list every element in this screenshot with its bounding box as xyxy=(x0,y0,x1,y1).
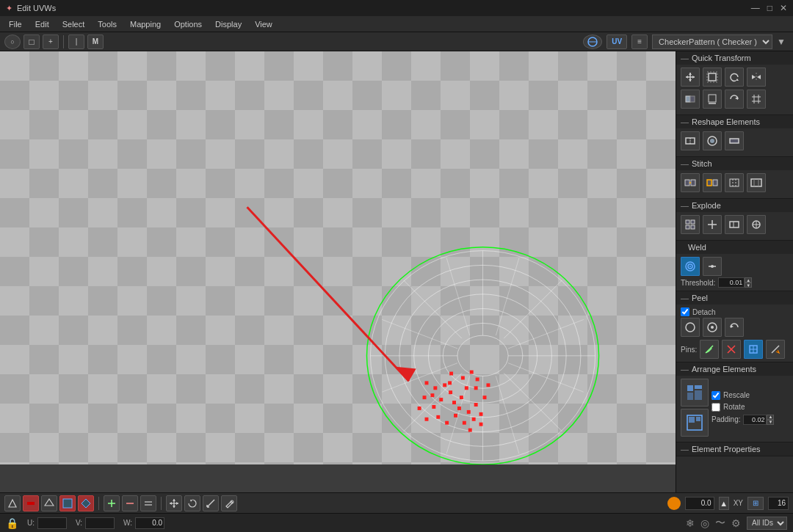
rotate-tool-btn[interactable] xyxy=(184,495,200,511)
svg-rect-28 xyxy=(443,383,446,387)
minimize-button[interactable]: — xyxy=(751,3,760,13)
qt-move-btn[interactable] xyxy=(681,68,700,87)
padding-input[interactable] xyxy=(743,415,767,425)
stitch-header[interactable]: — Stitch xyxy=(676,157,793,170)
w-input[interactable] xyxy=(135,517,164,529)
select-vertex-btn[interactable] xyxy=(4,495,21,511)
reshape-flatten-btn[interactable] xyxy=(725,131,744,150)
stitch-btn-4[interactable] xyxy=(747,173,766,192)
paint-btn[interactable] xyxy=(221,495,237,511)
explode-btn-1[interactable] xyxy=(681,215,700,234)
stitch-btn-3[interactable] xyxy=(725,173,744,192)
status-icons: ❄ ◎ 〜 ⚙ All IDs xyxy=(686,517,787,530)
qt-mirror-btn[interactable] xyxy=(747,68,766,87)
orange-circle-btn[interactable] xyxy=(667,497,681,510)
threshold-input[interactable] xyxy=(718,277,745,288)
menu-edit[interactable]: Edit xyxy=(29,18,55,30)
svg-point-73 xyxy=(710,139,714,143)
pin-cut-btn[interactable] xyxy=(766,340,785,359)
explode-btn-3[interactable] xyxy=(725,215,744,234)
weld-target-btn[interactable] xyxy=(681,257,700,276)
uv-label-btn[interactable]: UV xyxy=(606,34,627,49)
qt-grid-btn[interactable] xyxy=(747,90,766,109)
svg-rect-109 xyxy=(27,502,35,505)
toolbar-bar-btn[interactable]: | xyxy=(68,34,84,49)
toolbar-add-btn[interactable]: + xyxy=(43,34,59,49)
quick-transform-header[interactable]: — Quick Transform xyxy=(676,51,793,65)
rescale-checkbox[interactable] xyxy=(711,391,720,400)
maximize-button[interactable]: □ xyxy=(767,3,772,13)
peel-undo-btn[interactable] xyxy=(725,318,744,337)
svg-rect-34 xyxy=(465,386,468,390)
menu-file[interactable]: File xyxy=(3,18,28,30)
qt-fliph-btn[interactable] xyxy=(681,90,700,109)
qt-rotate90-btn[interactable] xyxy=(725,90,744,109)
close-button[interactable]: ✕ xyxy=(780,3,787,13)
pin-active-btn[interactable] xyxy=(744,340,763,359)
peel-btn-2[interactable] xyxy=(703,318,722,337)
grid-toggle-btn[interactable]: ⊞ xyxy=(747,497,764,510)
v-input[interactable] xyxy=(85,517,115,529)
explode-header[interactable]: — Explode xyxy=(676,199,793,212)
detach-checkbox[interactable] xyxy=(681,307,689,316)
svg-marker-112 xyxy=(82,499,90,508)
weld-merge-btn[interactable] xyxy=(703,257,722,276)
peel-btn-1[interactable] xyxy=(681,318,700,337)
stitch-btn-2[interactable] xyxy=(703,173,722,192)
toolbar-mirror-btn[interactable]: M xyxy=(87,34,104,49)
uv-menu-btn[interactable]: ≡ xyxy=(631,34,648,49)
menu-tools[interactable]: Tools xyxy=(92,18,123,30)
threshold-up[interactable]: ▲ xyxy=(745,277,752,283)
grid-size-input[interactable] xyxy=(768,497,789,510)
toolbar-select-region-btn[interactable]: □ xyxy=(23,34,40,49)
padding-up[interactable]: ▲ xyxy=(767,415,774,420)
all-ids-select[interactable]: All IDs xyxy=(747,517,787,530)
select-poly-btn[interactable] xyxy=(78,495,94,511)
menu-mapping[interactable]: Mapping xyxy=(124,18,167,30)
menu-options[interactable]: Options xyxy=(168,18,208,30)
qt-rotate-btn[interactable] xyxy=(725,68,744,87)
rotate-checkbox[interactable] xyxy=(711,403,720,412)
qt-scale-btn[interactable] xyxy=(703,68,722,87)
bottom-sep-2 xyxy=(161,497,162,510)
pattern-select[interactable]: CheckerPattern ( Checker ) xyxy=(652,34,772,49)
scale-tool-btn[interactable] xyxy=(203,495,219,511)
arrange-elements-header[interactable]: — Arrange Elements xyxy=(676,362,793,376)
equal-mode-btn[interactable] xyxy=(140,495,156,511)
u-input[interactable] xyxy=(37,517,67,529)
value-up-btn[interactable]: ▲ xyxy=(719,497,729,510)
uv-sphere-btn[interactable] xyxy=(583,34,602,49)
padding-down[interactable]: ▼ xyxy=(767,420,774,425)
remove-mode-btn[interactable] xyxy=(122,495,138,511)
reshape-relax-btn[interactable] xyxy=(703,131,722,150)
element-properties-header[interactable]: — Element Properties xyxy=(676,442,793,456)
select-edge-btn[interactable] xyxy=(23,495,39,511)
pin-pencil-btn[interactable] xyxy=(700,340,719,359)
threshold-spinner: ▲ ▼ xyxy=(718,277,752,288)
value-input[interactable] xyxy=(685,497,714,510)
select-element-btn[interactable] xyxy=(59,495,76,511)
stitch-btn-1[interactable] xyxy=(681,173,700,192)
peel-header[interactable]: — Peel xyxy=(676,291,793,305)
move-tool-btn[interactable] xyxy=(166,495,182,511)
padding-label: Padding: xyxy=(711,415,740,423)
select-face-btn[interactable] xyxy=(41,495,57,511)
reshape-rect-btn[interactable] xyxy=(681,131,700,150)
threshold-down[interactable]: ▼ xyxy=(745,283,752,288)
toolbar-rotate-btn[interactable]: ○ xyxy=(4,34,21,49)
menu-select[interactable]: Select xyxy=(57,18,91,30)
explode-btn-2[interactable] xyxy=(703,215,722,234)
pattern-dropdown-arrow[interactable]: ▼ xyxy=(777,37,786,47)
explode-btn-4[interactable] xyxy=(747,215,766,234)
add-mode-btn[interactable] xyxy=(104,495,120,511)
qt-align-btn[interactable] xyxy=(703,90,722,109)
viewport[interactable] xyxy=(0,51,676,464)
menu-view[interactable]: View xyxy=(249,18,278,30)
arrange-pack-btn[interactable] xyxy=(681,379,709,407)
arrange-pack2-btn[interactable] xyxy=(681,409,709,437)
reshape-elements-header[interactable]: — Reshape Elements xyxy=(676,115,793,128)
uv-toolbar-controls: UV ≡ CheckerPattern ( Checker ) ▼ xyxy=(583,34,786,49)
bottom-toolbar: ▲ XY ⊞ xyxy=(0,492,793,513)
menu-display[interactable]: Display xyxy=(209,18,247,30)
pin-remove-btn[interactable] xyxy=(722,340,741,359)
